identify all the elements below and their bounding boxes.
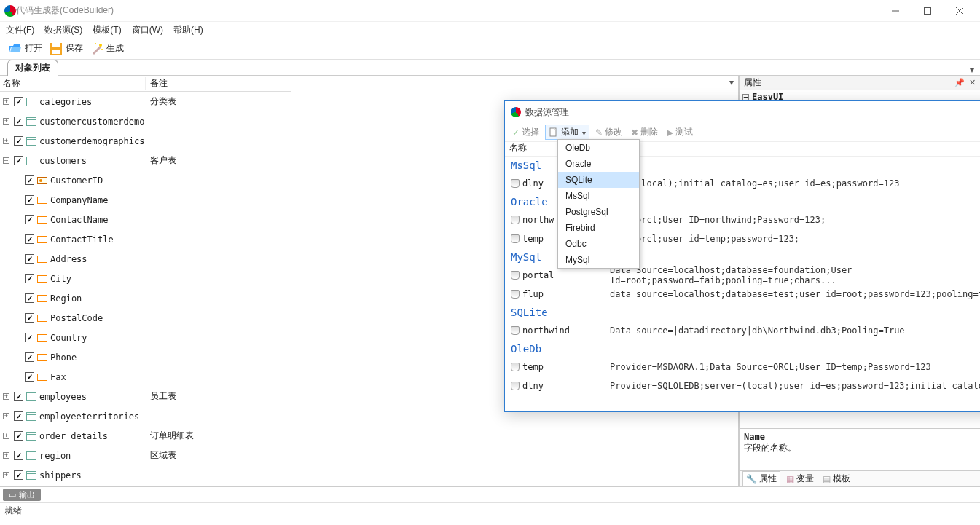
- checkbox[interactable]: [25, 352, 34, 362]
- delete-label: 删除: [640, 126, 658, 138]
- dropdown-item-sqlite[interactable]: SQLite: [558, 172, 639, 188]
- col-header-remark[interactable]: 备注: [146, 77, 291, 90]
- checkbox[interactable]: [25, 175, 34, 185]
- table-row[interactable]: +order details订单明细表: [0, 426, 291, 446]
- pin-icon[interactable]: 📌: [954, 78, 965, 87]
- close-button[interactable]: [944, 1, 976, 21]
- column-row[interactable]: Fax: [0, 367, 291, 387]
- checkbox[interactable]: [14, 451, 23, 460]
- menu-datasource[interactable]: 数据源(S): [44, 24, 82, 36]
- open-button[interactable]: 打开: [6, 41, 45, 57]
- expand-icon[interactable]: +: [3, 433, 9, 439]
- object-tree[interactable]: +categories分类表+customercustomerdemo+cust…: [0, 92, 291, 486]
- menu-file[interactable]: 文件(F): [6, 24, 34, 36]
- add-dropdown-menu[interactable]: OleDbOracleSQLiteMsSqlPostgreSqlFirebird…: [557, 139, 640, 269]
- dropdown-item-oracle[interactable]: Oracle: [558, 156, 639, 172]
- dropdown-item-oledb[interactable]: OleDb: [558, 140, 639, 156]
- col-header-name[interactable]: 名称: [0, 77, 146, 90]
- expand-icon[interactable]: +: [3, 472, 9, 478]
- close-pane-icon[interactable]: ✕: [969, 78, 976, 87]
- dropdown-item-firebird[interactable]: Firebird: [558, 220, 639, 236]
- column-row[interactable]: City: [0, 269, 291, 288]
- table-row[interactable]: +categories分类表: [0, 92, 291, 111]
- add-label: 添加: [561, 126, 579, 138]
- collapse-icon[interactable]: –: [742, 94, 749, 100]
- tab-vars[interactable]: ▦变量: [783, 472, 817, 486]
- collapse-icon[interactable]: –: [3, 157, 9, 164]
- checkbox[interactable]: [14, 411, 23, 421]
- checkbox[interactable]: [14, 97, 23, 106]
- checkbox[interactable]: [25, 234, 34, 244]
- checkbox[interactable]: [25, 254, 34, 264]
- tab-properties[interactable]: 🔧属性: [742, 471, 780, 486]
- titlebar: 代码生成器(CodeBuilder): [0, 0, 980, 22]
- checkbox[interactable]: [14, 156, 23, 165]
- menu-help[interactable]: 帮助(H): [173, 24, 203, 36]
- checkbox[interactable]: [25, 215, 34, 224]
- minimize-button[interactable]: [879, 1, 912, 21]
- table-row[interactable]: +employeeterritories: [0, 406, 291, 426]
- column-row[interactable]: ContactName: [0, 210, 291, 229]
- column-row[interactable]: CustomerID: [0, 170, 291, 190]
- checkbox[interactable]: [25, 195, 34, 205]
- tab-objects[interactable]: 对象列表: [7, 60, 58, 76]
- menu-template[interactable]: 模板(T): [93, 24, 121, 36]
- column-icon: [37, 354, 47, 361]
- checkbox[interactable]: [25, 293, 34, 303]
- expand-icon[interactable]: +: [3, 393, 9, 400]
- save-button[interactable]: 保存: [47, 41, 86, 57]
- expand-icon[interactable]: +: [3, 413, 9, 419]
- tab-templates[interactable]: ▤模板: [820, 472, 853, 486]
- select-button[interactable]: ✓选择: [509, 125, 542, 139]
- checkbox[interactable]: [14, 431, 23, 441]
- table-row[interactable]: +customercustomerdemo: [0, 111, 291, 131]
- dialog-icon: [511, 107, 521, 117]
- floppy-icon: [50, 42, 63, 55]
- table-row[interactable]: +region区域表: [0, 446, 291, 465]
- prop-desc-text: 字段的名称。: [744, 442, 976, 454]
- column-row[interactable]: CompanyName: [0, 190, 291, 210]
- expand-icon[interactable]: +: [3, 138, 9, 144]
- menu-window[interactable]: 窗口(W): [132, 24, 163, 36]
- checkbox[interactable]: [14, 470, 23, 480]
- build-button[interactable]: 生成: [87, 41, 127, 57]
- column-row[interactable]: Phone: [0, 347, 291, 367]
- expand-icon[interactable]: +: [3, 118, 9, 125]
- test-button[interactable]: ▶测试: [664, 125, 696, 139]
- checkbox[interactable]: [14, 392, 23, 401]
- checkbox[interactable]: [14, 136, 23, 146]
- column-row[interactable]: ContactTitle: [0, 229, 291, 249]
- table-row[interactable]: +shippers: [0, 465, 291, 485]
- maximize-button[interactable]: [912, 1, 944, 21]
- dropdown-item-mysql[interactable]: MySql: [558, 252, 639, 268]
- delete-button[interactable]: ✖删除: [628, 125, 661, 139]
- editor-dropdown-icon[interactable]: ▾: [729, 77, 734, 87]
- dropdown-item-mssql[interactable]: MsSql: [558, 188, 639, 204]
- page-add-icon: [549, 127, 559, 138]
- column-row[interactable]: Address: [0, 249, 291, 269]
- output-tab[interactable]: ▭输出: [3, 489, 41, 501]
- checkbox[interactable]: [25, 274, 34, 283]
- edit-button[interactable]: ✎修改: [592, 125, 625, 139]
- column-name: Phone: [50, 352, 77, 363]
- checkbox[interactable]: [14, 117, 23, 126]
- table-row[interactable]: –customers客户表: [0, 151, 291, 170]
- dropdown-item-odbc[interactable]: Odbc: [558, 236, 639, 252]
- dropdown-item-postgresql[interactable]: PostgreSql: [558, 204, 639, 220]
- column-row[interactable]: Region: [0, 288, 291, 308]
- checkbox[interactable]: [25, 333, 34, 342]
- expand-icon[interactable]: +: [3, 452, 9, 459]
- table-row[interactable]: +customerdemographics: [0, 131, 291, 151]
- table-icon: [26, 137, 36, 146]
- svg-point-5: [95, 43, 96, 44]
- expand-icon[interactable]: +: [3, 98, 9, 105]
- column-name: Address: [50, 254, 87, 264]
- table-row[interactable]: +employees员工表: [0, 387, 291, 406]
- add-button[interactable]: 添加: [545, 125, 589, 140]
- column-row[interactable]: PostalCode: [0, 308, 291, 328]
- column-row[interactable]: Country: [0, 328, 291, 347]
- checkbox[interactable]: [25, 313, 34, 323]
- checkbox[interactable]: [25, 372, 34, 382]
- db-icon: [511, 382, 520, 390]
- tab-dropdown[interactable]: ▾: [964, 65, 980, 75]
